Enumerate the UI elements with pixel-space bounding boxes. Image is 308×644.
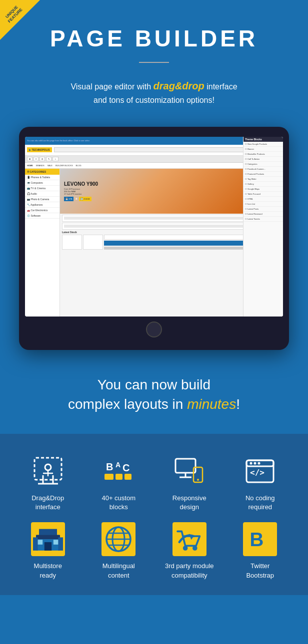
screen-main: ☰ CATEGORIES 📱 Phones & Tablets 💻 Comput…	[25, 169, 283, 317]
multistore-label: Multistoreready	[34, 562, 62, 580]
no-coding-icon: </>	[242, 454, 278, 489]
drag-drop-icon	[30, 454, 66, 489]
feature-responsive: Responsivedesign	[156, 454, 222, 512]
svg-rect-30	[33, 538, 38, 551]
multistore-icon	[30, 522, 66, 557]
header-section: PAGE BUILDER Visual page editor with dra…	[0, 0, 308, 117]
screen-search-bar	[54, 147, 257, 152]
svg-rect-13	[176, 459, 196, 473]
screen-logo: ▶ TECHNOPOLIS	[27, 147, 52, 152]
bootstrap-label: TwitterBootstrap	[246, 562, 274, 580]
svg-point-22	[258, 462, 260, 464]
page-title: PAGE BUILDER	[15, 25, 293, 52]
features-grid: Drag&Dropinterface B A C 40+ customblock…	[15, 454, 293, 580]
multilingual-icon	[101, 522, 136, 557]
bootstrap-icon: B	[242, 522, 278, 557]
svg-rect-28	[37, 540, 42, 545]
multilingual-label: Multilingualcontent	[102, 562, 135, 580]
3rd-party-label: 3rd party modulecompatibility	[165, 562, 214, 580]
tablet-screen: You can also edit/use this page from the…	[25, 137, 283, 317]
drag-drop-label: Drag&Dropinterface	[32, 494, 64, 512]
screen-sidebar: ☰ CATEGORIES 📱 Phones & Tablets 💻 Comput…	[25, 169, 60, 317]
svg-text:B: B	[106, 461, 113, 472]
subtitle-before: Visual page editor with	[70, 82, 153, 91]
middle-section: You can now build complex layouts in min…	[0, 365, 308, 434]
tablet-container: You can also edit/use this page from the…	[0, 117, 308, 365]
title-divider	[139, 62, 169, 63]
svg-point-21	[254, 462, 256, 464]
svg-text:B: B	[250, 529, 264, 551]
svg-rect-12	[124, 474, 132, 480]
svg-rect-29	[54, 540, 59, 545]
feature-no-coding: </> No codingrequired	[228, 454, 294, 512]
middle-heading: You can now build complex layouts in min…	[20, 375, 288, 414]
feature-multistore: Multistoreready	[15, 522, 81, 580]
svg-text:</>: </>	[250, 468, 264, 477]
subtitle: Visual page editor with drag&drop interf…	[15, 78, 293, 107]
builder-panel: Theme Blocks New Google Products Banner …	[243, 169, 283, 317]
svg-text:A: A	[116, 461, 120, 469]
custom-blocks-label: 40+ customblocks	[102, 494, 136, 512]
responsive-label: Responsivedesign	[172, 494, 206, 512]
screen-content: You can also edit/use this page from the…	[25, 137, 283, 317]
feature-3rd-party: 3rd party modulecompatibility	[156, 522, 222, 580]
custom-blocks-icon: B A C	[101, 454, 136, 489]
subtitle-line2: and tons of customization options!	[94, 96, 214, 104]
feature-custom-blocks: B A C 40+ customblocks	[86, 454, 152, 512]
svg-rect-26	[36, 535, 60, 539]
subtitle-after: interface	[204, 82, 238, 91]
no-coding-label: No codingrequired	[246, 494, 275, 512]
svg-point-4	[45, 464, 51, 470]
svg-text:C: C	[122, 462, 130, 473]
svg-point-17	[197, 479, 199, 481]
svg-rect-0	[34, 458, 62, 480]
tablet-home-button[interactable]	[146, 322, 162, 337]
feature-bootstrap: B TwitterBootstrap	[228, 522, 294, 580]
tablet-device: You can also edit/use this page from the…	[19, 127, 289, 350]
svg-point-20	[250, 462, 252, 464]
3rd-party-icon	[172, 522, 207, 557]
subtitle-highlight: drag&drop	[154, 80, 204, 91]
responsive-icon	[172, 454, 207, 489]
svg-rect-27	[44, 542, 52, 551]
svg-rect-31	[58, 538, 63, 551]
svg-rect-11	[116, 474, 122, 480]
feature-multilingual: Multilingualcontent	[86, 522, 152, 580]
feature-drag-drop: Drag&Dropinterface	[15, 454, 81, 512]
categories-header: ☰ CATEGORIES	[25, 169, 60, 175]
svg-rect-10	[104, 474, 114, 480]
features-section: Drag&Dropinterface B A C 40+ customblock…	[0, 434, 308, 595]
